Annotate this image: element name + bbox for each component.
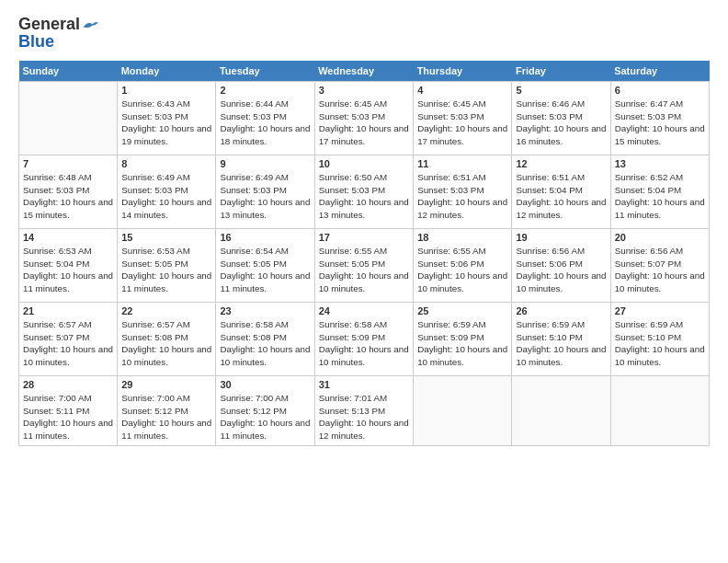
calendar-cell: 25Sunrise: 6:59 AMSunset: 5:09 PMDayligh…: [414, 303, 512, 376]
day-number: 5: [516, 85, 606, 96]
header-cell-tuesday: Tuesday: [216, 61, 314, 82]
day-number: 14: [23, 232, 113, 243]
day-number: 3: [319, 85, 409, 96]
day-number: 16: [220, 232, 310, 243]
calendar-cell: 16Sunrise: 6:54 AMSunset: 5:05 PMDayligh…: [216, 229, 314, 303]
day-info: Sunrise: 6:49 AMSunset: 5:03 PMDaylight:…: [220, 171, 310, 222]
logo: General Blue: [18, 15, 98, 52]
calendar-cell: 26Sunrise: 6:59 AMSunset: 5:10 PMDayligh…: [512, 303, 610, 376]
logo-bird-icon: [82, 19, 98, 30]
calendar-cell: 17Sunrise: 6:55 AMSunset: 5:05 PMDayligh…: [314, 229, 413, 303]
day-info: Sunrise: 6:45 AMSunset: 5:03 PMDaylight:…: [417, 98, 507, 148]
day-info: Sunrise: 6:59 AMSunset: 5:10 PMDaylight:…: [615, 318, 705, 369]
week-row-3: 21Sunrise: 6:57 AMSunset: 5:07 PMDayligh…: [19, 303, 710, 376]
day-number: 2: [220, 85, 310, 96]
calendar-cell: 15Sunrise: 6:53 AMSunset: 5:05 PMDayligh…: [118, 229, 216, 303]
day-number: 30: [220, 379, 310, 390]
header: General Blue: [18, 15, 710, 52]
calendar-cell: 9Sunrise: 6:49 AMSunset: 5:03 PMDaylight…: [216, 155, 314, 229]
day-info: Sunrise: 6:56 AMSunset: 5:07 PMDaylight:…: [615, 245, 705, 295]
day-number: 27: [615, 305, 705, 316]
week-row-4: 28Sunrise: 7:00 AMSunset: 5:11 PMDayligh…: [19, 376, 710, 446]
day-number: 15: [121, 232, 211, 243]
calendar-cell: 29Sunrise: 7:00 AMSunset: 5:12 PMDayligh…: [118, 376, 216, 446]
page: General Blue SundayMondayTuesdayWednesda…: [0, 0, 728, 563]
day-info: Sunrise: 6:51 AMSunset: 5:03 PMDaylight:…: [417, 171, 507, 222]
header-cell-saturday: Saturday: [610, 61, 709, 82]
calendar-cell: 7Sunrise: 6:48 AMSunset: 5:03 PMDaylight…: [19, 155, 118, 229]
day-number: 26: [516, 305, 606, 316]
calendar-cell: 8Sunrise: 6:49 AMSunset: 5:03 PMDaylight…: [118, 155, 216, 229]
calendar-cell: 2Sunrise: 6:44 AMSunset: 5:03 PMDaylight…: [216, 82, 314, 155]
day-number: 29: [121, 379, 211, 390]
day-number: 1: [121, 85, 211, 96]
calendar-cell: 12Sunrise: 6:51 AMSunset: 5:04 PMDayligh…: [512, 155, 610, 229]
calendar-cell: 28Sunrise: 7:00 AMSunset: 5:11 PMDayligh…: [19, 376, 118, 446]
day-info: Sunrise: 6:55 AMSunset: 5:05 PMDaylight:…: [319, 245, 409, 295]
day-number: 22: [121, 305, 211, 316]
day-number: 25: [417, 305, 507, 316]
header-cell-wednesday: Wednesday: [314, 61, 413, 82]
day-number: 9: [220, 158, 310, 169]
calendar-cell: [414, 376, 512, 446]
day-info: Sunrise: 6:53 AMSunset: 5:05 PMDaylight:…: [121, 245, 211, 295]
logo-general: General: [18, 15, 80, 34]
header-cell-thursday: Thursday: [414, 61, 512, 82]
day-number: 6: [615, 85, 705, 96]
header-cell-sunday: Sunday: [19, 61, 118, 82]
day-number: 10: [319, 158, 409, 169]
day-number: 23: [220, 305, 310, 316]
day-info: Sunrise: 6:47 AMSunset: 5:03 PMDaylight:…: [615, 98, 705, 148]
day-info: Sunrise: 6:59 AMSunset: 5:09 PMDaylight:…: [417, 318, 507, 369]
calendar-cell: 30Sunrise: 7:00 AMSunset: 5:12 PMDayligh…: [216, 376, 314, 446]
day-info: Sunrise: 6:48 AMSunset: 5:03 PMDaylight:…: [23, 171, 113, 222]
week-row-2: 14Sunrise: 6:53 AMSunset: 5:04 PMDayligh…: [19, 229, 710, 303]
day-number: 17: [319, 232, 409, 243]
day-info: Sunrise: 6:56 AMSunset: 5:06 PMDaylight:…: [516, 245, 606, 295]
calendar-cell: 3Sunrise: 6:45 AMSunset: 5:03 PMDaylight…: [314, 82, 413, 155]
calendar-cell: 4Sunrise: 6:45 AMSunset: 5:03 PMDaylight…: [414, 82, 512, 155]
day-info: Sunrise: 7:00 AMSunset: 5:12 PMDaylight:…: [220, 392, 310, 442]
day-info: Sunrise: 6:59 AMSunset: 5:10 PMDaylight:…: [516, 318, 606, 369]
day-info: Sunrise: 6:45 AMSunset: 5:03 PMDaylight:…: [319, 98, 409, 148]
day-info: Sunrise: 6:49 AMSunset: 5:03 PMDaylight:…: [121, 171, 211, 222]
day-info: Sunrise: 6:54 AMSunset: 5:05 PMDaylight:…: [220, 245, 310, 295]
day-number: 28: [23, 379, 113, 390]
day-number: 21: [23, 305, 113, 316]
week-row-1: 7Sunrise: 6:48 AMSunset: 5:03 PMDaylight…: [19, 155, 710, 229]
calendar-cell: 10Sunrise: 6:50 AMSunset: 5:03 PMDayligh…: [314, 155, 413, 229]
day-number: 8: [121, 158, 211, 169]
calendar-cell: 14Sunrise: 6:53 AMSunset: 5:04 PMDayligh…: [19, 229, 118, 303]
calendar-cell: 6Sunrise: 6:47 AMSunset: 5:03 PMDaylight…: [610, 82, 709, 155]
calendar-cell: 21Sunrise: 6:57 AMSunset: 5:07 PMDayligh…: [19, 303, 118, 376]
header-cell-friday: Friday: [512, 61, 610, 82]
calendar-cell: 11Sunrise: 6:51 AMSunset: 5:03 PMDayligh…: [414, 155, 512, 229]
day-info: Sunrise: 6:58 AMSunset: 5:09 PMDaylight:…: [319, 318, 409, 369]
day-number: 19: [516, 232, 606, 243]
calendar-cell: [19, 82, 118, 155]
day-number: 31: [319, 379, 409, 390]
day-number: 13: [615, 158, 705, 169]
day-info: Sunrise: 6:55 AMSunset: 5:06 PMDaylight:…: [417, 245, 507, 295]
calendar-cell: [512, 376, 610, 446]
day-info: Sunrise: 6:46 AMSunset: 5:03 PMDaylight:…: [516, 98, 606, 148]
calendar-cell: 5Sunrise: 6:46 AMSunset: 5:03 PMDaylight…: [512, 82, 610, 155]
day-info: Sunrise: 6:43 AMSunset: 5:03 PMDaylight:…: [121, 98, 211, 148]
day-info: Sunrise: 7:01 AMSunset: 5:13 PMDaylight:…: [319, 392, 409, 442]
calendar-cell: 13Sunrise: 6:52 AMSunset: 5:04 PMDayligh…: [610, 155, 709, 229]
day-info: Sunrise: 6:57 AMSunset: 5:08 PMDaylight:…: [121, 318, 211, 369]
day-info: Sunrise: 6:50 AMSunset: 5:03 PMDaylight:…: [319, 171, 409, 222]
calendar-cell: 31Sunrise: 7:01 AMSunset: 5:13 PMDayligh…: [314, 376, 413, 446]
header-cell-monday: Monday: [118, 61, 216, 82]
day-info: Sunrise: 6:53 AMSunset: 5:04 PMDaylight:…: [23, 245, 113, 295]
calendar-cell: 20Sunrise: 6:56 AMSunset: 5:07 PMDayligh…: [610, 229, 709, 303]
header-row: SundayMondayTuesdayWednesdayThursdayFrid…: [19, 61, 710, 82]
calendar-cell: 1Sunrise: 6:43 AMSunset: 5:03 PMDaylight…: [118, 82, 216, 155]
calendar-cell: [610, 376, 709, 446]
day-info: Sunrise: 6:51 AMSunset: 5:04 PMDaylight:…: [516, 171, 606, 222]
day-number: 11: [417, 158, 507, 169]
calendar-cell: 24Sunrise: 6:58 AMSunset: 5:09 PMDayligh…: [314, 303, 413, 376]
week-row-0: 1Sunrise: 6:43 AMSunset: 5:03 PMDaylight…: [19, 82, 710, 155]
calendar-cell: 23Sunrise: 6:58 AMSunset: 5:08 PMDayligh…: [216, 303, 314, 376]
day-number: 4: [417, 85, 507, 96]
